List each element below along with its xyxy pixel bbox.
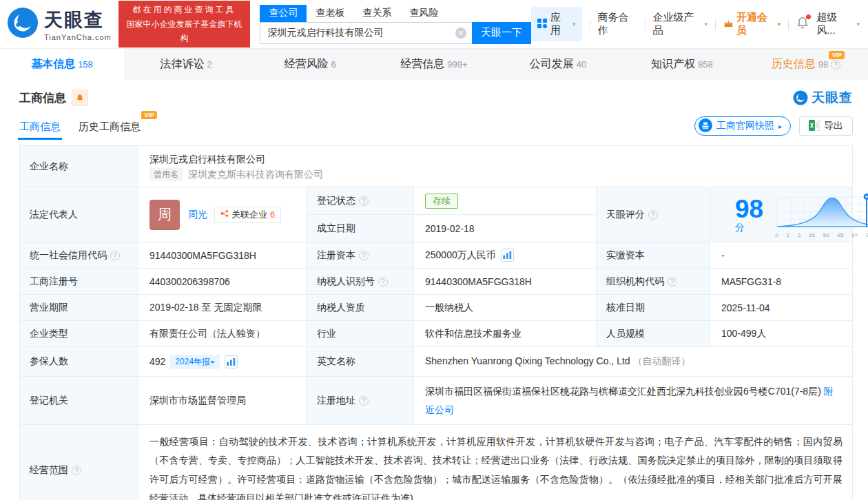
- search-button[interactable]: 天眼一下: [472, 22, 531, 44]
- subtab-business-info[interactable]: 工商信息: [19, 121, 61, 140]
- status-badge: 存续: [425, 194, 458, 209]
- tab-label: 公司发展: [530, 57, 574, 72]
- tab-label: 基本信息: [31, 57, 75, 72]
- field-label-paid-capital: 实缴资本: [597, 242, 710, 269]
- tab-label: 经营信息: [400, 57, 444, 72]
- tab-history-info[interactable]: VIP 历史信息 98 ?: [744, 49, 868, 80]
- annual-report-label: 2024年报: [175, 356, 210, 368]
- related-companies-badge[interactable]: 关联企业 6: [214, 207, 281, 223]
- search-tab-relation[interactable]: 查关系: [353, 5, 400, 22]
- excel-icon: [809, 120, 820, 133]
- reg-no: 440300206398706: [138, 269, 307, 295]
- company-name: 深圳元戎启行科技有限公司: [149, 152, 845, 167]
- question-circle-icon[interactable]: ?: [359, 396, 369, 406]
- nav-user-menu[interactable]: 超级风... ▾: [816, 11, 860, 37]
- field-label-credit-code: 统一社会信用代码?: [20, 242, 138, 269]
- network-icon: [220, 209, 229, 220]
- staff-size: 100-499人: [710, 321, 853, 347]
- export-label: 导出: [824, 120, 843, 132]
- tab-intellectual-property[interactable]: 知识产权 858: [620, 49, 744, 80]
- divider: [645, 19, 645, 30]
- subtab-history-business-info[interactable]: VIP 历史工商信息: [79, 121, 141, 140]
- former-name: 深圳麦克斯韦科技咨询有限公司: [188, 169, 323, 181]
- legal-rep-name-link[interactable]: 周光: [188, 209, 207, 221]
- subtab-label: 历史工商信息: [79, 121, 141, 132]
- apps-label: 应用: [550, 11, 569, 37]
- established-date: 2019-02-18: [414, 215, 597, 242]
- vip-badge: VIP: [829, 51, 845, 59]
- tab-count: 2: [207, 59, 211, 70]
- tab-legal-proceedings[interactable]: 法律诉讼 2: [124, 49, 248, 80]
- trend-chart-icon[interactable]: [501, 249, 514, 262]
- notification-dot: [806, 14, 811, 19]
- field-label-approved-date: 核准日期: [597, 295, 710, 321]
- logo-text: 天眼查: [44, 8, 112, 32]
- question-circle-icon[interactable]: ?: [110, 251, 120, 260]
- watermark-text: 天眼查: [812, 89, 853, 107]
- search-box: 查公司 查老板 查关系 查风险 ✕ 天眼一下: [260, 5, 531, 44]
- chevron-down-icon: ▾: [856, 21, 860, 28]
- divider: [788, 19, 789, 30]
- field-label-company-name: 企业名称: [20, 146, 138, 187]
- nav-user-label: 超级风...: [816, 11, 854, 37]
- field-label-legal-rep: 法定代表人: [20, 187, 138, 242]
- crown-icon: [723, 19, 734, 30]
- tab-basic-info[interactable]: 基本信息 158: [0, 49, 124, 80]
- chevron-right-icon: ▸: [211, 358, 215, 365]
- field-label-company-type: 企业类型: [20, 321, 138, 347]
- legal-rep-avatar[interactable]: 周: [149, 200, 180, 230]
- search-tab-company[interactable]: 查公司: [260, 5, 307, 22]
- credit-code: 91440300MA5FGG318H: [138, 242, 307, 269]
- tab-business-info[interactable]: 经营信息 999+: [372, 49, 496, 80]
- chevron-down-icon: ▾: [704, 21, 707, 28]
- notification-bell-icon[interactable]: [796, 17, 809, 32]
- monitor-bell-icon[interactable]: [72, 90, 88, 106]
- search-tab-risk[interactable]: 查风险: [400, 5, 447, 22]
- field-label-authority: 登记机关: [20, 377, 138, 425]
- official-snapshot-button[interactable]: 工商官网快照 ▸: [694, 116, 791, 136]
- score-value: 98: [735, 195, 763, 223]
- stamp-icon: [699, 118, 712, 134]
- clear-icon[interactable]: ✕: [455, 28, 466, 39]
- tab-label: 经营风险: [284, 57, 328, 72]
- question-circle-icon[interactable]: ?: [72, 466, 81, 475]
- question-circle-icon[interactable]: ?: [359, 251, 369, 260]
- score-unit: 分: [735, 222, 745, 233]
- registered-address: 深圳市福田区福保街道福保社区桃花路与槟榔道交汇处西北深九科技创业园6号楼C701…: [425, 386, 821, 397]
- question-circle-icon[interactable]: ?: [359, 196, 369, 206]
- related-companies-count: 6: [270, 209, 275, 220]
- question-circle-icon[interactable]: ?: [831, 60, 840, 70]
- tab-count: 98: [818, 59, 828, 70]
- apps-menu[interactable]: 应用 ▾: [531, 7, 582, 41]
- tab-count: 858: [698, 59, 713, 70]
- insured-count: 492: [149, 356, 165, 367]
- english-name: Shenzhen Yuanrong Qixing Technology Co.,…: [425, 355, 630, 366]
- annual-report-badge[interactable]: 2024年报 ▸: [170, 355, 219, 369]
- company-type: 有限责任公司（法人独资）: [138, 321, 307, 347]
- nav-open-vip[interactable]: 开通会员 ▾: [723, 11, 781, 37]
- trend-chart-icon[interactable]: [225, 355, 238, 368]
- export-button[interactable]: 导出: [799, 116, 853, 136]
- divider: [590, 19, 590, 30]
- section-title: 工商信息: [19, 90, 66, 106]
- question-circle-icon[interactable]: ?: [668, 277, 677, 287]
- field-label-tax-id: 纳税人识别号?: [307, 269, 414, 295]
- tab-operating-risk[interactable]: 经营风险 6: [248, 49, 372, 80]
- nav-cooperation[interactable]: 商务合作: [598, 11, 637, 37]
- tab-company-development[interactable]: 公司发展 40: [496, 49, 620, 80]
- tianyancha-logo-icon: [7, 7, 39, 41]
- former-name-tag: 曾用名: [149, 168, 183, 181]
- tab-count: 6: [331, 59, 335, 70]
- business-scope: 一般经营项目：自动驾驶的技术开发、技术咨询；计算机系统开发，计算机应用软件开发，…: [138, 425, 853, 500]
- slogan-line2: 国家中小企业发展子基金旗下机构: [125, 17, 245, 45]
- field-label-term: 营业期限: [20, 295, 138, 321]
- field-label-reg-no: 工商注册号: [20, 269, 138, 295]
- question-circle-icon[interactable]: ?: [378, 277, 388, 287]
- approved-date: 2025-11-04: [710, 295, 853, 321]
- nav-enterprise[interactable]: 企业级产品 ▾: [653, 11, 707, 37]
- search-tab-boss[interactable]: 查老板: [307, 5, 353, 22]
- tianyancha-logo[interactable]: 天眼查 TianYanCha.com: [7, 7, 112, 41]
- question-circle-icon[interactable]: ?: [648, 210, 658, 220]
- search-input[interactable]: [260, 22, 472, 44]
- watermark-logo: 天眼查: [793, 89, 853, 107]
